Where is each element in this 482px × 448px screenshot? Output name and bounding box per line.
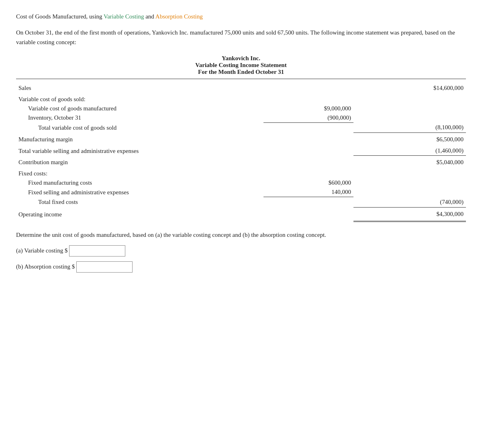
determine-text: Determine the unit cost of goods manufac… bbox=[16, 230, 466, 240]
operating-income-row: Operating income $4,300,000 bbox=[16, 207, 466, 221]
fixed-costs-header: Fixed costs: bbox=[16, 169, 263, 178]
absorption-costing-link: Absorption Costing bbox=[155, 13, 203, 20]
variable-costing-link: Variable Costing bbox=[104, 13, 144, 20]
statement-header: Yankovich Inc. Variable Costing Income S… bbox=[16, 55, 466, 75]
variable-costing-input[interactable] bbox=[69, 245, 125, 257]
fixed-selling-row: Fixed selling and administrative expense… bbox=[16, 187, 466, 197]
vcogs-manufactured-amount: $9,000,000 bbox=[263, 104, 353, 113]
total-fixed-row: Total fixed costs (740,000) bbox=[16, 197, 466, 208]
vcogs-header: Variable cost of goods sold: bbox=[16, 95, 263, 104]
mfg-margin-amount: $6,500,000 bbox=[353, 133, 466, 147]
statement-container: Yankovich Inc. Variable Costing Income S… bbox=[16, 55, 466, 222]
total-vcogs-amount: (8,100,000) bbox=[353, 122, 466, 133]
variable-selling-row: Total variable selling and administrativ… bbox=[16, 146, 466, 156]
variable-answer-label: (a) Variable costing $ bbox=[16, 247, 67, 254]
fixed-mfg-row: Fixed manufacturing costs $600,000 bbox=[16, 178, 466, 187]
operating-income-label: Operating income bbox=[16, 207, 263, 221]
absorption-answer-label: (b) Absorption costing $ bbox=[16, 263, 75, 270]
inventory-row: Inventory, October 31 (900,000) bbox=[16, 113, 466, 123]
statement-period: For the Month Ended October 31 bbox=[16, 69, 466, 75]
total-vcogs-label: Total variable cost of goods sold bbox=[16, 122, 263, 133]
fixed-mfg-amount: $600,000 bbox=[263, 178, 353, 187]
statement-title: Variable Costing Income Statement bbox=[16, 62, 466, 69]
fixed-mfg-label: Fixed manufacturing costs bbox=[16, 178, 263, 187]
absorption-answer-row: (b) Absorption costing $ bbox=[16, 261, 466, 273]
absorption-costing-input[interactable] bbox=[76, 261, 133, 273]
mfg-margin-label: Manufacturing margin bbox=[16, 133, 263, 147]
mfg-margin-row: Manufacturing margin $6,500,000 bbox=[16, 133, 466, 147]
vcogs-header-row: Variable cost of goods sold: bbox=[16, 95, 466, 104]
inventory-amount: (900,000) bbox=[263, 113, 353, 123]
vcogs-manufactured-label: Variable cost of goods manufactured bbox=[16, 104, 263, 113]
title-prefix: Cost of Goods Manufactured, using bbox=[16, 13, 104, 20]
sales-row: Sales $14,600,000 bbox=[16, 81, 466, 95]
operating-income-amount: $4,300,000 bbox=[353, 207, 466, 221]
variable-selling-label: Total variable selling and administrativ… bbox=[16, 146, 263, 156]
inventory-label: Inventory, October 31 bbox=[16, 113, 263, 123]
contribution-margin-amount: $5,040,000 bbox=[353, 156, 466, 169]
total-vcogs-row: Total variable cost of goods sold (8,100… bbox=[16, 122, 466, 133]
sales-label: Sales bbox=[16, 81, 263, 95]
variable-answer-row: (a) Variable costing $ bbox=[16, 245, 466, 257]
contribution-margin-label: Contribution margin bbox=[16, 156, 263, 169]
vcogs-manufactured-row: Variable cost of goods manufactured $9,0… bbox=[16, 104, 466, 113]
title-and: and bbox=[144, 13, 155, 20]
variable-selling-amount: (1,460,000) bbox=[353, 146, 466, 156]
sales-amount: $14,600,000 bbox=[353, 81, 466, 95]
contribution-margin-row: Contribution margin $5,040,000 bbox=[16, 156, 466, 169]
company-name: Yankovich Inc. bbox=[16, 55, 466, 62]
total-fixed-amount: (740,000) bbox=[353, 197, 466, 208]
intro-paragraph: On October 31, the end of the first mont… bbox=[16, 28, 466, 47]
fixed-selling-label: Fixed selling and administrative expense… bbox=[16, 187, 263, 197]
fixed-costs-header-row: Fixed costs: bbox=[16, 169, 466, 178]
page-title: Cost of Goods Manufactured, using Variab… bbox=[16, 12, 466, 21]
total-fixed-label: Total fixed costs bbox=[16, 197, 263, 208]
statement-table: Sales $14,600,000 Variable cost of goods… bbox=[16, 79, 466, 222]
fixed-selling-amount: 140,000 bbox=[263, 187, 353, 197]
